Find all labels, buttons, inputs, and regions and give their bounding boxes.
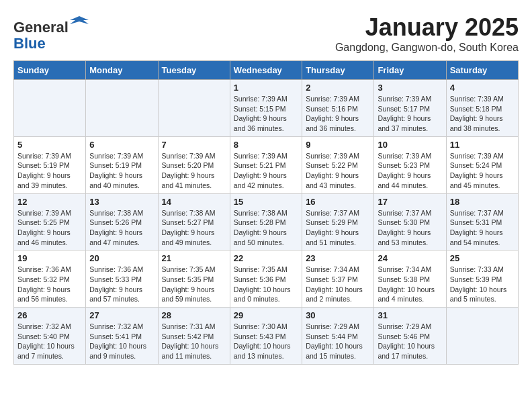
day-info: Sunrise: 7:39 AM Sunset: 5:20 PM Dayligh… [162,151,226,191]
weekday-header-monday: Monday [86,61,158,80]
calendar-cell: 26Sunrise: 7:32 AM Sunset: 5:40 PM Dayli… [14,308,86,365]
day-info: Sunrise: 7:39 AM Sunset: 5:25 PM Dayligh… [17,208,82,248]
day-number: 1 [234,83,298,93]
calendar-cell: 6Sunrise: 7:39 AM Sunset: 5:19 PM Daylig… [86,136,158,193]
day-info: Sunrise: 7:32 AM Sunset: 5:41 PM Dayligh… [89,322,154,361]
day-info: Sunrise: 7:29 AM Sunset: 5:44 PM Dayligh… [306,322,370,361]
calendar-cell: 21Sunrise: 7:35 AM Sunset: 5:35 PM Dayli… [158,250,230,308]
day-info: Sunrise: 7:39 AM Sunset: 5:22 PM Dayligh… [306,151,370,191]
day-number: 12 [17,197,82,207]
day-number: 9 [306,140,370,150]
calendar-cell: 4Sunrise: 7:39 AM Sunset: 5:18 PM Daylig… [446,80,518,137]
day-number: 22 [234,253,298,263]
logo-general: General [13,19,69,36]
day-info: Sunrise: 7:32 AM Sunset: 5:40 PM Dayligh… [17,322,82,361]
day-number: 23 [306,253,370,263]
day-info: Sunrise: 7:30 AM Sunset: 5:43 PM Dayligh… [234,322,298,361]
day-number: 3 [378,83,442,93]
calendar-title: January 2025 [335,13,519,42]
weekday-header-tuesday: Tuesday [158,61,230,80]
day-number: 18 [450,197,515,207]
calendar-cell: 25Sunrise: 7:33 AM Sunset: 5:39 PM Dayli… [446,250,518,308]
week-row-3: 12Sunrise: 7:39 AM Sunset: 5:25 PM Dayli… [14,193,519,250]
day-info: Sunrise: 7:37 AM Sunset: 5:31 PM Dayligh… [450,208,515,248]
day-number: 16 [306,197,370,207]
header: General Blue January 2025 Gangdong, Gang… [13,13,519,54]
day-info: Sunrise: 7:35 AM Sunset: 5:35 PM Dayligh… [162,265,226,304]
calendar-cell: 17Sunrise: 7:37 AM Sunset: 5:30 PM Dayli… [374,193,446,250]
day-info: Sunrise: 7:39 AM Sunset: 5:21 PM Dayligh… [234,151,298,191]
day-info: Sunrise: 7:38 AM Sunset: 5:27 PM Dayligh… [162,208,226,248]
week-row-1: 1Sunrise: 7:39 AM Sunset: 5:15 PM Daylig… [14,80,519,137]
weekday-header-sunday: Sunday [14,61,86,80]
week-row-2: 5Sunrise: 7:39 AM Sunset: 5:19 PM Daylig… [14,136,519,193]
day-info: Sunrise: 7:36 AM Sunset: 5:32 PM Dayligh… [17,265,82,304]
calendar-cell: 5Sunrise: 7:39 AM Sunset: 5:19 PM Daylig… [14,136,86,193]
day-number: 30 [306,310,370,320]
day-number: 17 [378,197,442,207]
day-number: 20 [89,253,154,263]
day-number: 6 [89,140,154,150]
weekday-header-wednesday: Wednesday [230,61,302,80]
week-row-4: 19Sunrise: 7:36 AM Sunset: 5:32 PM Dayli… [14,250,519,308]
calendar-cell: 29Sunrise: 7:30 AM Sunset: 5:43 PM Dayli… [230,308,302,365]
logo-bird-icon [70,13,89,32]
day-number: 8 [234,140,298,150]
day-number: 11 [450,140,515,150]
calendar-cell: 31Sunrise: 7:29 AM Sunset: 5:46 PM Dayli… [374,308,446,365]
day-info: Sunrise: 7:33 AM Sunset: 5:39 PM Dayligh… [450,265,515,304]
day-number: 7 [162,140,226,150]
day-info: Sunrise: 7:34 AM Sunset: 5:38 PM Dayligh… [378,265,442,304]
weekday-header-saturday: Saturday [446,61,518,80]
day-number: 5 [17,140,82,150]
calendar-cell [86,80,158,137]
logo-blue: Blue [13,35,46,52]
title-area: January 2025 Gangdong, Gangwon-do, South… [335,13,519,54]
day-info: Sunrise: 7:39 AM Sunset: 5:19 PM Dayligh… [17,151,82,191]
calendar-cell: 13Sunrise: 7:38 AM Sunset: 5:26 PM Dayli… [86,193,158,250]
day-number: 14 [162,197,226,207]
day-number: 27 [89,310,154,320]
day-number: 10 [378,140,442,150]
day-info: Sunrise: 7:38 AM Sunset: 5:26 PM Dayligh… [89,208,154,248]
calendar-cell: 22Sunrise: 7:35 AM Sunset: 5:36 PM Dayli… [230,250,302,308]
day-info: Sunrise: 7:39 AM Sunset: 5:15 PM Dayligh… [234,94,298,134]
day-info: Sunrise: 7:29 AM Sunset: 5:46 PM Dayligh… [378,322,442,361]
day-info: Sunrise: 7:39 AM Sunset: 5:24 PM Dayligh… [450,151,515,191]
day-info: Sunrise: 7:37 AM Sunset: 5:29 PM Dayligh… [306,208,370,248]
day-number: 25 [450,253,515,263]
calendar-subtitle: Gangdong, Gangwon-do, South Korea [335,42,519,54]
calendar-cell: 19Sunrise: 7:36 AM Sunset: 5:32 PM Dayli… [14,250,86,308]
calendar-cell [158,80,230,137]
svg-marker-0 [70,16,89,24]
calendar-cell: 10Sunrise: 7:39 AM Sunset: 5:23 PM Dayli… [374,136,446,193]
day-info: Sunrise: 7:39 AM Sunset: 5:16 PM Dayligh… [306,94,370,134]
day-number: 2 [306,83,370,93]
calendar-cell: 8Sunrise: 7:39 AM Sunset: 5:21 PM Daylig… [230,136,302,193]
day-number: 28 [162,310,226,320]
calendar-cell [14,80,86,137]
calendar-cell: 1Sunrise: 7:39 AM Sunset: 5:15 PM Daylig… [230,80,302,137]
weekday-header-thursday: Thursday [302,61,374,80]
week-row-5: 26Sunrise: 7:32 AM Sunset: 5:40 PM Dayli… [14,308,519,365]
day-number: 19 [17,253,82,263]
day-info: Sunrise: 7:38 AM Sunset: 5:28 PM Dayligh… [234,208,298,248]
calendar-cell [446,308,518,365]
calendar-cell: 20Sunrise: 7:36 AM Sunset: 5:33 PM Dayli… [86,250,158,308]
calendar-cell: 12Sunrise: 7:39 AM Sunset: 5:25 PM Dayli… [14,193,86,250]
day-number: 29 [234,310,298,320]
calendar-cell: 14Sunrise: 7:38 AM Sunset: 5:27 PM Dayli… [158,193,230,250]
day-number: 15 [234,197,298,207]
calendar-cell: 15Sunrise: 7:38 AM Sunset: 5:28 PM Dayli… [230,193,302,250]
calendar-cell: 27Sunrise: 7:32 AM Sunset: 5:41 PM Dayli… [86,308,158,365]
day-info: Sunrise: 7:39 AM Sunset: 5:23 PM Dayligh… [378,151,442,191]
day-number: 26 [17,310,82,320]
day-number: 13 [89,197,154,207]
calendar-cell: 2Sunrise: 7:39 AM Sunset: 5:16 PM Daylig… [302,80,374,137]
calendar-cell: 7Sunrise: 7:39 AM Sunset: 5:20 PM Daylig… [158,136,230,193]
calendar-cell: 16Sunrise: 7:37 AM Sunset: 5:29 PM Dayli… [302,193,374,250]
day-number: 31 [378,310,442,320]
day-info: Sunrise: 7:35 AM Sunset: 5:36 PM Dayligh… [234,265,298,304]
day-number: 24 [378,253,442,263]
calendar-cell: 23Sunrise: 7:34 AM Sunset: 5:37 PM Dayli… [302,250,374,308]
